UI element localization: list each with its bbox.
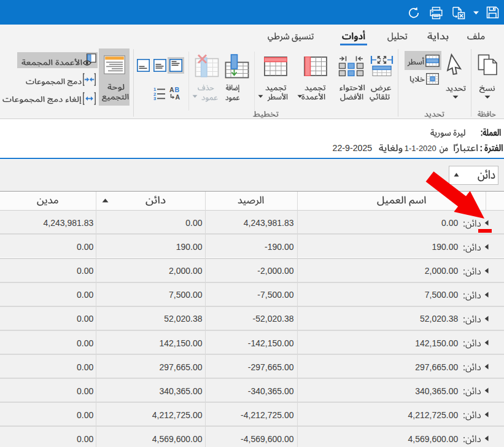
svg-text:A: A xyxy=(176,93,180,100)
svg-text:3: 3 xyxy=(153,96,156,100)
svg-text:A: A xyxy=(169,87,174,93)
svg-text:B: B xyxy=(175,87,180,93)
